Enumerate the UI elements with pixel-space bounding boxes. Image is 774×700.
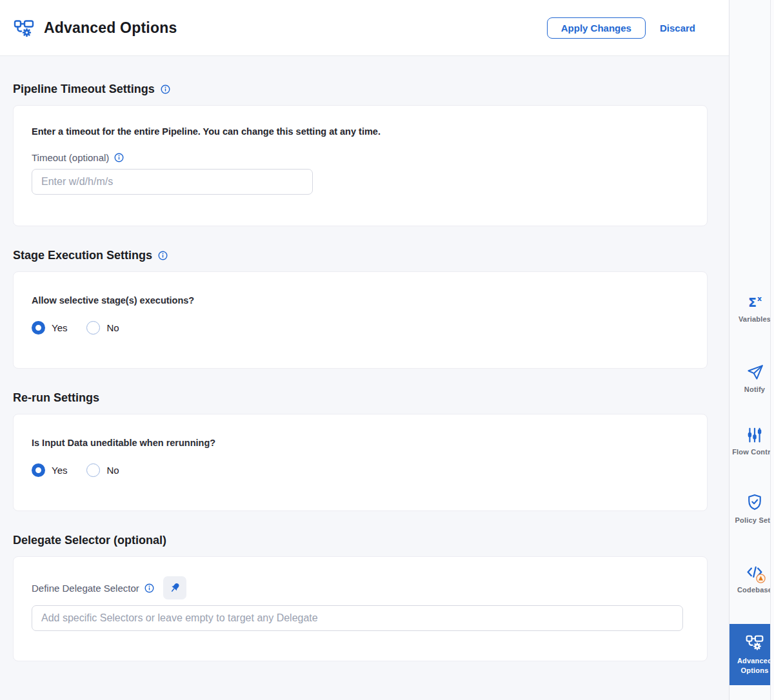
sidebar-item-label: Advanced Options: [729, 656, 770, 676]
stage-execution-question: Allow selective stage(s) executions?: [32, 295, 689, 306]
sidebar-item-label: Flow Control: [732, 447, 770, 457]
sliders-icon: [746, 427, 763, 443]
page-header: Advanced Options Apply Changes Discard: [0, 0, 729, 56]
rerun-heading-label: Re-run Settings: [13, 391, 99, 405]
timeout-input[interactable]: [32, 169, 313, 195]
pipeline-gear-icon: [745, 634, 764, 651]
radio-label: No: [106, 465, 119, 476]
right-nav-rail: Σ x Variables Notify: [729, 0, 770, 700]
delegate-selector-input[interactable]: [32, 605, 683, 631]
sidebar-item-codebase[interactable]: Codebase: [729, 563, 770, 595]
radio-option-no[interactable]: No: [86, 321, 119, 335]
radio-unselected-icon[interactable]: [86, 463, 100, 477]
stage-execution-radio-group: Yes No: [32, 321, 689, 335]
info-icon[interactable]: [144, 583, 154, 593]
section-heading-timeout: Pipeline Timeout Settings: [13, 82, 708, 96]
radio-unselected-icon[interactable]: [86, 321, 100, 335]
sidebar-item-label: Policy Sets: [735, 516, 770, 525]
section-heading-rerun: Re-run Settings: [13, 391, 708, 405]
timeout-description: Enter a timeout for the entire Pipeline.…: [32, 126, 689, 137]
timeout-heading-label: Pipeline Timeout Settings: [13, 82, 155, 96]
delegate-card: Define Delegate Selector: [13, 556, 708, 661]
page-title: Advanced Options: [44, 19, 177, 37]
sidebar-item-notify[interactable]: Notify: [729, 364, 770, 394]
sidebar-item-advanced-options[interactable]: Advanced Options: [729, 624, 770, 685]
delegate-field-label: Define Delegate Selector: [32, 583, 154, 594]
sidebar-item-label: Variables: [739, 315, 770, 324]
info-icon[interactable]: [158, 251, 168, 260]
radio-label: Yes: [52, 465, 67, 476]
delegate-label-text: Define Delegate Selector: [32, 583, 139, 594]
header-actions: Apply Changes Discard: [547, 17, 695, 39]
discard-button[interactable]: Discard: [660, 23, 695, 34]
apply-changes-button[interactable]: Apply Changes: [547, 17, 646, 39]
radio-option-yes[interactable]: Yes: [32, 463, 67, 477]
sidebar-item-flow-control[interactable]: Flow Control: [729, 427, 770, 457]
info-icon[interactable]: [114, 153, 124, 162]
timeout-label-text: Timeout (optional): [32, 152, 109, 163]
timeout-card: Enter a timeout for the entire Pipeline.…: [13, 105, 708, 226]
radio-selected-icon[interactable]: [32, 321, 45, 335]
svg-text:Σ: Σ: [748, 295, 757, 309]
stage-execution-heading-label: Stage Execution Settings: [13, 248, 152, 262]
sidebar-item-label: Notify: [744, 385, 765, 394]
info-icon[interactable]: [161, 84, 170, 94]
delegate-heading-label: Delegate Selector (optional): [13, 533, 166, 547]
svg-text:x: x: [757, 295, 762, 303]
sigma-x-icon: Σ x: [746, 294, 764, 311]
main-panel: Advanced Options Apply Changes Discard P…: [0, 0, 729, 700]
sidebar-item-label: Codebase: [737, 585, 770, 595]
sidebar-item-variables[interactable]: Σ x Variables: [729, 294, 770, 324]
rerun-question: Is Input Data uneditable when rerunning?: [32, 438, 689, 448]
sidebar-item-policy-sets[interactable]: Policy Sets: [729, 492, 770, 525]
section-heading-delegate: Delegate Selector (optional): [13, 533, 708, 547]
code-warning-icon: [745, 563, 764, 581]
timeout-field-label: Timeout (optional): [32, 152, 689, 163]
scrollbar-gutter[interactable]: [770, 0, 774, 700]
pin-icon: [168, 581, 181, 594]
settings-content: Pipeline Timeout Settings Enter a timeou…: [0, 82, 729, 661]
radio-selected-icon[interactable]: [32, 463, 45, 477]
radio-label: No: [106, 322, 119, 333]
rerun-radio-group: Yes No: [32, 463, 689, 477]
radio-option-yes[interactable]: Yes: [32, 321, 67, 335]
section-heading-stage-execution: Stage Execution Settings: [13, 248, 708, 262]
radio-option-no[interactable]: No: [86, 463, 119, 477]
radio-label: Yes: [52, 322, 67, 333]
delegate-field-row: Define Delegate Selector: [32, 576, 689, 599]
pipeline-gear-icon: [13, 18, 35, 38]
pin-button[interactable]: [163, 576, 186, 599]
rerun-card: Is Input Data uneditable when rerunning?…: [13, 414, 708, 511]
shield-check-icon: [746, 492, 764, 512]
stage-execution-card: Allow selective stage(s) executions? Yes…: [13, 271, 708, 369]
paper-plane-icon: [746, 364, 764, 381]
